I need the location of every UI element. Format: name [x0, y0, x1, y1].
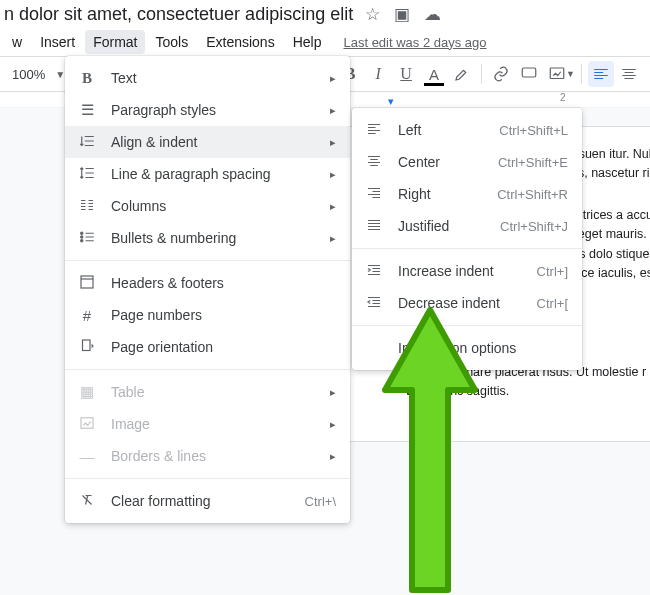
- italic-button[interactable]: I: [365, 61, 391, 87]
- move-icon[interactable]: ▣: [394, 4, 410, 25]
- highlight-button[interactable]: [449, 61, 475, 87]
- link-button[interactable]: [488, 61, 514, 87]
- align-left-icon: [364, 120, 384, 141]
- menu-separator: [65, 260, 350, 261]
- chevron-right-icon: ▸: [330, 136, 336, 149]
- svg-rect-7: [81, 417, 93, 428]
- menu-item-paragraph-styles[interactable]: ☰ Paragraph styles ▸: [65, 94, 350, 126]
- orientation-icon: [77, 337, 97, 358]
- menu-item-align-indent[interactable]: Align & indent ▸: [65, 126, 350, 158]
- bold-icon: B: [77, 70, 97, 87]
- menu-tools[interactable]: Tools: [147, 30, 196, 54]
- headers-icon: [77, 273, 97, 294]
- menu-item-table: ▦ Table ▸: [65, 376, 350, 408]
- svg-rect-0: [522, 68, 536, 77]
- svg-rect-5: [81, 276, 93, 288]
- align-left-button[interactable]: [588, 61, 614, 87]
- ruler-number: 2: [560, 92, 566, 103]
- align-justify-icon: [364, 216, 384, 237]
- menu-separator: [352, 325, 582, 326]
- indent-marker-icon[interactable]: ▾: [388, 95, 394, 108]
- chevron-right-icon: ▸: [330, 200, 336, 213]
- shortcut-label: Ctrl+Shift+L: [499, 123, 568, 138]
- hash-icon: #: [77, 307, 97, 324]
- menu-separator: [65, 369, 350, 370]
- menu-item-columns[interactable]: Columns ▸: [65, 190, 350, 222]
- bullets-icon: [77, 228, 97, 249]
- table-icon: ▦: [77, 383, 97, 401]
- last-edit-link[interactable]: Last edit was 2 days ago: [343, 35, 486, 50]
- align-right-icon: [364, 184, 384, 205]
- menu-item-align-right[interactable]: Right Ctrl+Shift+R: [352, 178, 582, 210]
- decrease-indent-icon: [364, 293, 384, 314]
- chevron-right-icon: ▸: [330, 72, 336, 85]
- shortcut-label: Ctrl+Shift+J: [500, 219, 568, 234]
- shortcut-label: Ctrl+Shift+E: [498, 155, 568, 170]
- menu-item-clear-formatting[interactable]: Clear formatting Ctrl+\: [65, 485, 350, 517]
- shortcut-label: Ctrl+Shift+R: [497, 187, 568, 202]
- svg-point-2: [81, 232, 83, 234]
- menu-item-text[interactable]: B Text ▸: [65, 62, 350, 94]
- svg-rect-6: [83, 340, 91, 351]
- title-bar: n dolor sit amet, consectetuer adipiscin…: [0, 0, 650, 28]
- menu-item-align-justified[interactable]: Justified Ctrl+Shift+J: [352, 210, 582, 242]
- menu-item-image: Image ▸: [65, 408, 350, 440]
- chevron-right-icon: ▸: [330, 232, 336, 245]
- menu-separator: [65, 478, 350, 479]
- menu-item-page-numbers[interactable]: # Page numbers: [65, 299, 350, 331]
- menu-item-decrease-indent[interactable]: Decrease indent Ctrl+[: [352, 287, 582, 319]
- svg-point-4: [81, 239, 83, 241]
- columns-icon: [77, 196, 97, 217]
- shortcut-label: Ctrl+[: [537, 296, 568, 311]
- align-indent-submenu: Left Ctrl+Shift+L Center Ctrl+Shift+E Ri…: [352, 108, 582, 370]
- text-color-button[interactable]: A: [421, 61, 447, 87]
- borders-icon: —: [77, 448, 97, 465]
- chevron-right-icon: ▸: [330, 168, 336, 181]
- shortcut-label: Ctrl+\: [305, 494, 336, 509]
- line-spacing-icon: [77, 164, 97, 185]
- menu-item-page-orientation[interactable]: Page orientation: [65, 331, 350, 363]
- menu-extensions[interactable]: Extensions: [198, 30, 282, 54]
- comment-button[interactable]: [516, 61, 542, 87]
- align-icon: [77, 132, 97, 153]
- clear-format-icon: [77, 491, 97, 512]
- svg-rect-1: [550, 68, 564, 79]
- paragraph-icon: ☰: [77, 101, 97, 119]
- chevron-right-icon: ▸: [330, 104, 336, 117]
- menu-item-bullets[interactable]: Bullets & numbering ▸: [65, 222, 350, 254]
- document-title[interactable]: n dolor sit amet, consectetuer adipiscin…: [4, 4, 353, 25]
- svg-point-3: [81, 235, 83, 237]
- format-menu: B Text ▸ ☰ Paragraph styles ▸ Align & in…: [65, 56, 350, 523]
- menu-item-increase-indent[interactable]: Increase indent Ctrl+]: [352, 255, 582, 287]
- menu-view[interactable]: w: [4, 30, 30, 54]
- menu-format[interactable]: Format: [85, 30, 145, 54]
- chevron-right-icon: ▸: [330, 450, 336, 463]
- chevron-down-icon: ▼: [566, 69, 575, 79]
- increase-indent-icon: [364, 261, 384, 282]
- image-icon: [77, 414, 97, 435]
- menu-item-line-spacing[interactable]: Line & paragraph spacing ▸: [65, 158, 350, 190]
- separator: [481, 64, 482, 84]
- shortcut-label: Ctrl+]: [537, 264, 568, 279]
- menu-item-align-center[interactable]: Center Ctrl+Shift+E: [352, 146, 582, 178]
- menu-separator: [352, 248, 582, 249]
- zoom-select[interactable]: 100%: [8, 67, 49, 82]
- menu-help[interactable]: Help: [285, 30, 330, 54]
- star-icon[interactable]: ☆: [365, 4, 380, 25]
- menu-item-borders: — Borders & lines ▸: [65, 440, 350, 472]
- menu-item-indentation-options[interactable]: Indentation options: [352, 332, 582, 364]
- menu-item-headers-footers[interactable]: Headers & footers: [65, 267, 350, 299]
- menu-item-align-left[interactable]: Left Ctrl+Shift+L: [352, 114, 582, 146]
- chevron-down-icon: ▼: [55, 69, 65, 80]
- menu-bar: w Insert Format Tools Extensions Help La…: [0, 28, 650, 56]
- align-center-button[interactable]: [616, 61, 642, 87]
- menu-insert[interactable]: Insert: [32, 30, 83, 54]
- chevron-right-icon: ▸: [330, 386, 336, 399]
- cloud-icon[interactable]: ☁: [424, 4, 441, 25]
- chevron-right-icon: ▸: [330, 418, 336, 431]
- align-center-icon: [364, 152, 384, 173]
- separator: [581, 64, 582, 84]
- underline-button[interactable]: U: [393, 61, 419, 87]
